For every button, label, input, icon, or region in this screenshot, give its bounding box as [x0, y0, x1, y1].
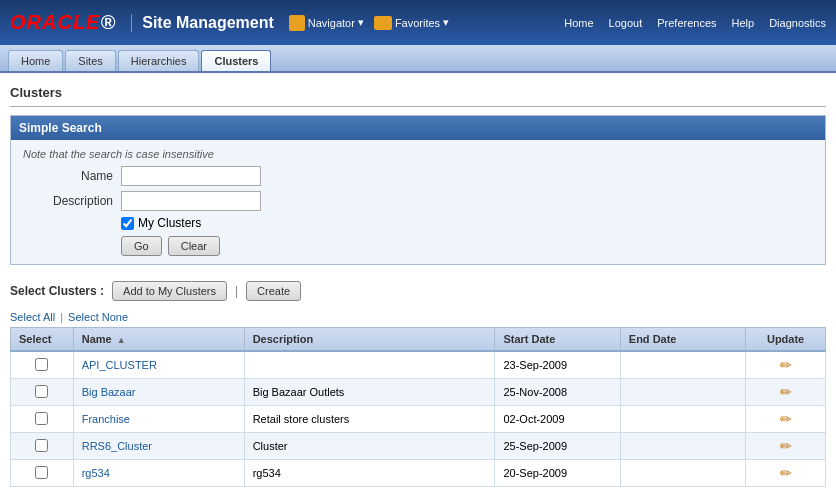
favorites-label: Favorites: [395, 17, 440, 29]
tab-sites[interactable]: Sites: [65, 50, 115, 71]
search-header: Simple Search: [11, 116, 825, 140]
my-clusters-row: My Clusters: [121, 216, 813, 230]
col-update: Update: [746, 328, 826, 352]
my-clusters-label: My Clusters: [138, 216, 201, 230]
cluster-end-1: [620, 379, 745, 406]
cluster-start-1: 25-Nov-2008: [495, 379, 620, 406]
page-title: Clusters: [10, 81, 826, 107]
diagnostics-link[interactable]: Diagnostics: [769, 17, 826, 29]
tab-home[interactable]: Home: [8, 50, 63, 71]
desc-input[interactable]: [121, 191, 261, 211]
clusters-table: Select Name ▲ Description Start Date End…: [10, 327, 826, 487]
add-to-clusters-button[interactable]: Add to My Clusters: [112, 281, 227, 301]
edit-icon-4[interactable]: ✏: [780, 465, 792, 481]
cluster-name-link-0[interactable]: API_CLUSTER: [82, 359, 157, 371]
cluster-desc-4: rg534: [244, 460, 495, 487]
name-row: Name: [23, 166, 813, 186]
cluster-desc-0: [244, 351, 495, 379]
go-button[interactable]: Go: [121, 236, 162, 256]
cluster-end-4: [620, 460, 745, 487]
header-links: Home Logout Preferences Help Diagnostics: [564, 17, 826, 29]
app-title: Site Management: [131, 14, 274, 32]
home-link[interactable]: Home: [564, 17, 593, 29]
sort-icon: ▲: [117, 335, 126, 345]
row-checkbox-3[interactable]: [35, 439, 48, 452]
select-none-link[interactable]: Select None: [68, 311, 128, 323]
search-buttons: Go Clear: [121, 236, 813, 256]
edit-icon-0[interactable]: ✏: [780, 357, 792, 373]
name-input[interactable]: [121, 166, 261, 186]
cluster-end-0: [620, 351, 745, 379]
cluster-start-2: 02-Oct-2009: [495, 406, 620, 433]
cluster-end-3: [620, 433, 745, 460]
my-clusters-checkbox[interactable]: [121, 217, 134, 230]
page-content: Clusters Simple Search Note that the sea…: [0, 73, 836, 495]
cluster-desc-1: Big Bazaar Outlets: [244, 379, 495, 406]
table-body: API_CLUSTER23-Sep-2009✏Big BazaarBig Baz…: [11, 351, 826, 487]
col-desc: Description: [244, 328, 495, 352]
table-row: API_CLUSTER23-Sep-2009✏: [11, 351, 826, 379]
cluster-start-0: 23-Sep-2009: [495, 351, 620, 379]
cluster-name-link-2[interactable]: Franchise: [82, 413, 130, 425]
row-checkbox-2[interactable]: [35, 412, 48, 425]
edit-icon-3[interactable]: ✏: [780, 438, 792, 454]
desc-label: Description: [23, 194, 113, 208]
table-header-row: Select Name ▲ Description Start Date End…: [11, 328, 826, 352]
row-checkbox-1[interactable]: [35, 385, 48, 398]
cluster-desc-3: Cluster: [244, 433, 495, 460]
bar-separator: |: [235, 284, 238, 298]
col-end-date: End Date: [620, 328, 745, 352]
select-clusters-label: Select Clusters :: [10, 284, 104, 298]
header: ORACLE® Site Management Navigator ▾ Favo…: [0, 0, 836, 45]
cluster-name-link-4[interactable]: rg534: [82, 467, 110, 479]
favorites-icon: [374, 16, 392, 30]
favorites-chevron-icon: ▾: [443, 16, 449, 29]
search-body: Note that the search is case insensitive…: [11, 140, 825, 264]
create-button[interactable]: Create: [246, 281, 301, 301]
navigator-icon: [289, 15, 305, 31]
col-select: Select: [11, 328, 74, 352]
top-nav: Home Sites Hierarchies Clusters: [0, 45, 836, 73]
tab-clusters[interactable]: Clusters: [201, 50, 271, 71]
select-links: Select All | Select None: [10, 307, 826, 327]
name-label: Name: [23, 169, 113, 183]
navigator-button[interactable]: Navigator ▾: [289, 15, 364, 31]
cluster-start-3: 25-Sep-2009: [495, 433, 620, 460]
col-name: Name ▲: [73, 328, 244, 352]
favorites-button[interactable]: Favorites ▾: [374, 16, 449, 30]
preferences-link[interactable]: Preferences: [657, 17, 716, 29]
navigator-label: Navigator: [308, 17, 355, 29]
oracle-logo: ORACLE®: [10, 11, 116, 34]
search-section: Simple Search Note that the search is ca…: [10, 115, 826, 265]
row-checkbox-0[interactable]: [35, 358, 48, 371]
select-all-link[interactable]: Select All: [10, 311, 55, 323]
logout-link[interactable]: Logout: [609, 17, 643, 29]
cluster-end-2: [620, 406, 745, 433]
link-separator: |: [60, 311, 63, 323]
table-row: FranchiseRetail store clusters02-Oct-200…: [11, 406, 826, 433]
search-note: Note that the search is case insensitive: [23, 148, 813, 160]
cluster-desc-2: Retail store clusters: [244, 406, 495, 433]
navigator-chevron-icon: ▾: [358, 16, 364, 29]
cluster-name-link-3[interactable]: RRS6_Cluster: [82, 440, 152, 452]
edit-icon-1[interactable]: ✏: [780, 384, 792, 400]
table-row: RRS6_ClusterCluster25-Sep-2009✏: [11, 433, 826, 460]
row-checkbox-4[interactable]: [35, 466, 48, 479]
help-link[interactable]: Help: [732, 17, 755, 29]
clear-button[interactable]: Clear: [168, 236, 220, 256]
table-row: rg534rg53420-Sep-2009✏: [11, 460, 826, 487]
table-row: Big BazaarBig Bazaar Outlets25-Nov-2008✏: [11, 379, 826, 406]
desc-row: Description: [23, 191, 813, 211]
cluster-start-4: 20-Sep-2009: [495, 460, 620, 487]
select-clusters-bar: Select Clusters : Add to My Clusters | C…: [10, 275, 826, 307]
header-nav: Navigator ▾ Favorites ▾: [289, 15, 449, 31]
tab-hierarchies[interactable]: Hierarchies: [118, 50, 200, 71]
col-start-date: Start Date: [495, 328, 620, 352]
edit-icon-2[interactable]: ✏: [780, 411, 792, 427]
cluster-name-link-1[interactable]: Big Bazaar: [82, 386, 136, 398]
